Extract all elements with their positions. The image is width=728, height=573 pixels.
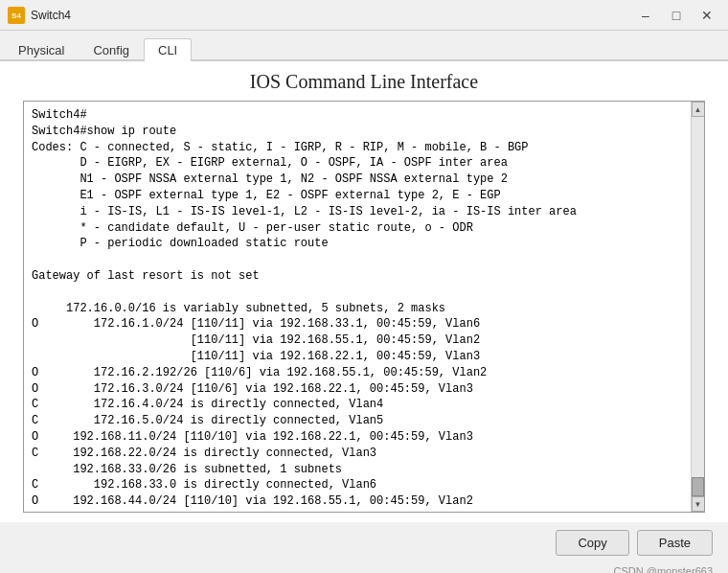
scrollbar-thumb[interactable] [692,477,704,496]
watermark: CSDN @monster663 [0,563,728,573]
watermark-text: CSDN @monster663 [614,565,713,573]
copy-button[interactable]: Copy [556,530,628,556]
tab-cli[interactable]: CLI [144,38,192,61]
tab-config[interactable]: Config [79,38,144,61]
title-bar: S4 Switch4 – □ ✕ [0,0,728,31]
svg-text:S4: S4 [11,11,21,20]
window-title: Switch4 [31,9,632,22]
scrollbar-thumb-area[interactable] [692,117,704,496]
terminal-scroll[interactable]: Switch4# Switch4#show ip route Codes: C … [24,102,691,512]
paste-button[interactable]: Paste [637,530,713,556]
maximize-button[interactable]: □ [663,5,690,26]
minimize-button[interactable]: – [632,5,659,26]
window-controls: – □ ✕ [632,5,720,26]
close-button[interactable]: ✕ [694,5,720,26]
tab-bar: Physical Config CLI [0,31,728,61]
terminal-output: Switch4# Switch4#show ip route Codes: C … [32,107,683,512]
page-title: IOS Command Line Interface [15,71,713,93]
terminal-container[interactable]: Switch4# Switch4#show ip route Codes: C … [23,101,705,513]
tab-physical[interactable]: Physical [4,38,79,61]
app-icon: S4 [8,7,25,24]
scrollbar-track[interactable]: ▲ ▼ [691,102,704,512]
button-bar: Copy Paste [0,522,728,563]
main-content: IOS Command Line Interface Switch4# Swit… [0,61,728,522]
scrollbar-up-arrow[interactable]: ▲ [692,102,705,117]
scrollbar-down-arrow[interactable]: ▼ [692,496,705,512]
